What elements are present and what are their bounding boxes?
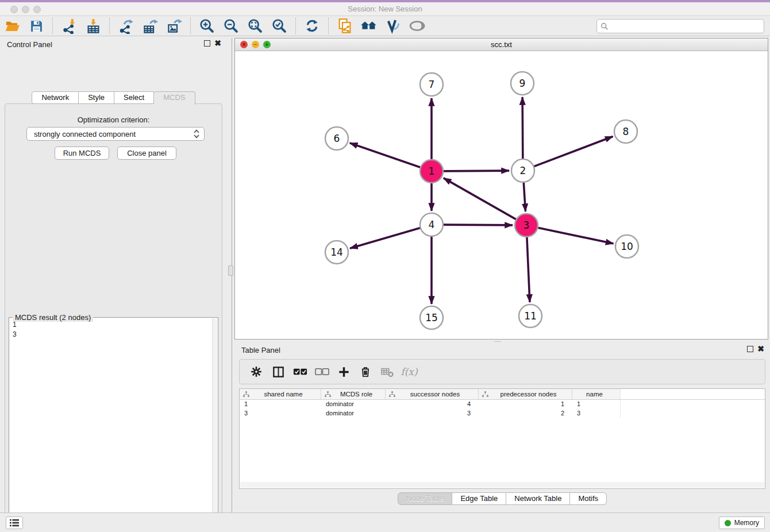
- float-panel-icon[interactable]: [204, 40, 210, 47]
- tab-network[interactable]: Network: [32, 91, 79, 104]
- open-session-icon[interactable]: [3, 17, 21, 34]
- graph-edge-3-11[interactable]: [527, 237, 530, 302]
- column-type-icon: [243, 391, 249, 398]
- import-network-icon[interactable]: [60, 17, 78, 34]
- add-column-icon[interactable]: [334, 363, 353, 381]
- tab-style[interactable]: Style: [79, 91, 114, 104]
- tab-node-table[interactable]: Node Table: [398, 492, 453, 505]
- result-scrollbar[interactable]: [212, 318, 217, 532]
- function-builder-label: f(x): [401, 366, 417, 377]
- cell-predecessor-nodes[interactable]: 2: [479, 409, 572, 418]
- graph-node-label-4: 4: [429, 219, 435, 230]
- split-panel-icon[interactable]: [268, 363, 288, 381]
- column-header-mcds-role[interactable]: MCDS role: [321, 389, 386, 399]
- memory-status-icon: [725, 520, 731, 526]
- task-console-button[interactable]: [6, 516, 23, 529]
- toolbar-separator: [52, 18, 53, 34]
- network-graph-canvas[interactable]: 1234678910111415: [235, 51, 768, 339]
- export-table-icon[interactable]: [141, 17, 159, 34]
- search-box[interactable]: [596, 19, 764, 33]
- cell-predecessor-nodes[interactable]: 1: [479, 400, 572, 409]
- optimization-criterion-select[interactable]: strongly connected component: [26, 127, 205, 141]
- splitter-grip[interactable]: [228, 265, 233, 276]
- panel-splitter[interactable]: [227, 36, 234, 512]
- toolbar-separator: [328, 18, 329, 34]
- toolbar-separator: [109, 18, 110, 34]
- node-table: shared name MCDS role successor nodes pr…: [239, 388, 765, 489]
- table-panel: Table Panel ✖ f(x): [234, 342, 770, 512]
- graph-node-label-7: 7: [429, 79, 435, 90]
- table-row[interactable]: 3 dominator 3 2 3: [240, 409, 765, 418]
- close-panel-button[interactable]: Close panel: [117, 147, 176, 160]
- column-header-shared-name[interactable]: shared name: [240, 389, 321, 399]
- tab-network-table[interactable]: Network Table: [506, 492, 570, 505]
- table-horizontal-scrollbar[interactable]: [240, 482, 764, 488]
- memory-label: Memory: [734, 519, 759, 527]
- cell-mcds-role[interactable]: dominator: [321, 400, 386, 409]
- close-panel-icon[interactable]: ✖: [214, 40, 221, 47]
- network-window-titlebar[interactable]: × − + scc.txt: [235, 38, 768, 51]
- export-image-icon[interactable]: [165, 17, 183, 34]
- tab-motifs[interactable]: Motifs: [570, 492, 607, 505]
- cell-mcds-role[interactable]: dominator: [321, 409, 386, 418]
- settings-gear-icon[interactable]: [247, 363, 266, 381]
- zoom-out-icon[interactable]: [222, 17, 240, 34]
- close-panel-icon[interactable]: ✖: [757, 346, 764, 352]
- graph-edge-4-14[interactable]: [350, 228, 421, 249]
- network-view-window: × − + scc.txt 1234678910111415: [234, 38, 768, 340]
- mcds-result-item[interactable]: 1: [13, 320, 209, 330]
- graph-edge-1-2[interactable]: [443, 171, 509, 171]
- zoom-selected-icon[interactable]: [270, 17, 288, 34]
- optimization-criterion-label: Optimization criterion:: [5, 115, 222, 124]
- cell-successor-nodes[interactable]: 4: [386, 400, 479, 409]
- mcds-tab-content: Optimization criterion: strongly connect…: [5, 103, 222, 532]
- toolbar-separator: [295, 18, 296, 34]
- control-panel-title: Control Panel: [7, 40, 52, 49]
- mcds-result-item[interactable]: 3: [13, 330, 209, 340]
- graph-edge-3-10[interactable]: [538, 228, 614, 244]
- tab-edge-table[interactable]: Edge Table: [452, 492, 506, 505]
- export-network-icon[interactable]: [117, 17, 135, 34]
- delete-table-icon[interactable]: [378, 363, 397, 381]
- style-brush-icon[interactable]: [384, 17, 402, 34]
- column-type-icon: [389, 391, 395, 398]
- run-mcds-button[interactable]: Run MCDS: [55, 147, 109, 160]
- table-row[interactable]: 1 dominator 4 1 1: [240, 400, 765, 409]
- tab-mcds[interactable]: MCDS: [154, 91, 195, 105]
- mcds-result-list[interactable]: 1 3: [9, 319, 212, 532]
- refresh-icon[interactable]: [303, 17, 321, 34]
- graph-edge-1-6[interactable]: [350, 143, 421, 168]
- graph-node-label-3: 3: [523, 219, 530, 231]
- cell-shared-name[interactable]: 1: [240, 400, 321, 409]
- select-all-icon[interactable]: [290, 363, 310, 381]
- cell-successor-nodes[interactable]: 3: [386, 409, 479, 418]
- eye-icon[interactable]: [408, 17, 426, 34]
- graph-edge-2-3[interactable]: [523, 182, 525, 211]
- memory-button[interactable]: Memory: [719, 516, 765, 529]
- cell-shared-name[interactable]: 3: [240, 409, 321, 418]
- deselect-all-icon[interactable]: [312, 363, 332, 381]
- graph-edge-2-9[interactable]: [522, 97, 523, 159]
- network-copy-icon[interactable]: [336, 17, 354, 34]
- cell-name[interactable]: 1: [572, 400, 621, 409]
- column-header-predecessor-nodes[interactable]: predecessor nodes: [479, 389, 572, 399]
- column-header-successor-nodes[interactable]: successor nodes: [386, 389, 479, 399]
- zoom-in-icon[interactable]: [198, 17, 216, 34]
- import-table-icon[interactable]: [84, 17, 102, 34]
- cell-name[interactable]: 3: [572, 409, 621, 418]
- tab-select[interactable]: Select: [114, 91, 154, 104]
- column-header-name[interactable]: name: [572, 389, 621, 399]
- search-input[interactable]: [609, 21, 764, 32]
- graph-edge-3-1[interactable]: [444, 178, 517, 219]
- home-icon[interactable]: [360, 17, 378, 34]
- graph-edge-2-8[interactable]: [534, 137, 613, 167]
- zoom-fit-icon[interactable]: [246, 17, 264, 34]
- table-panel-title: Table Panel: [241, 346, 280, 354]
- graph-node-label-10: 10: [621, 241, 633, 252]
- float-panel-icon[interactable]: [747, 346, 753, 352]
- table-toolbar: f(x): [239, 359, 765, 384]
- delete-column-icon[interactable]: [356, 363, 375, 381]
- save-session-icon[interactable]: [27, 17, 45, 34]
- function-builder-icon[interactable]: f(x): [399, 363, 419, 381]
- graph-edge-4-3[interactable]: [443, 225, 513, 225]
